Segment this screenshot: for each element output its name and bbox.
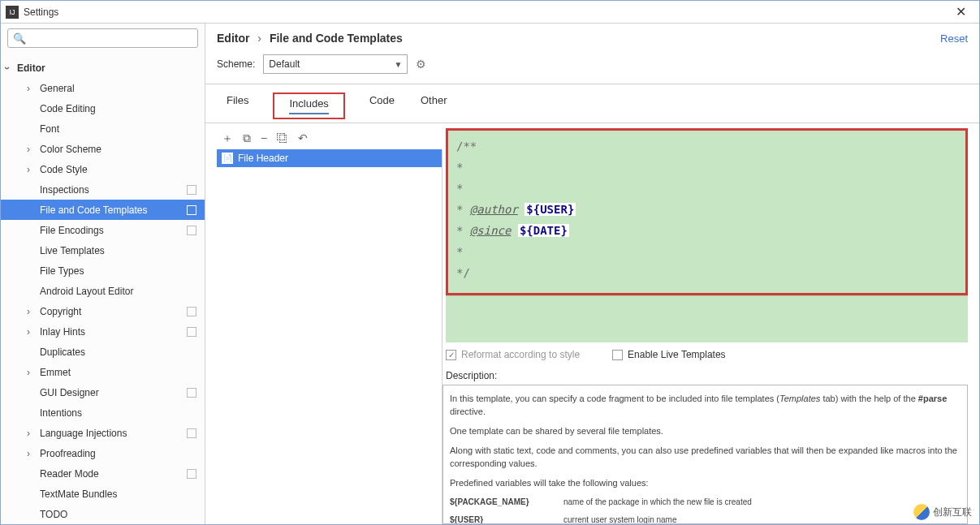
sidebar-item-label: File and Code Templates	[40, 204, 187, 216]
sidebar-item-android-layout-editor[interactable]: Android Layout Editor	[1, 281, 205, 301]
sidebar-item-inlay-hints[interactable]: Inlay Hints	[1, 321, 205, 342]
tab-files[interactable]: Files	[225, 93, 250, 119]
sidebar-item-label: Inlay Hints	[40, 326, 187, 338]
close-icon[interactable]: ✕	[948, 2, 974, 21]
checkbox-icon	[446, 350, 456, 360]
sidebar-item-general[interactable]: General	[1, 78, 205, 98]
reformat-label: Reformat according to style	[461, 349, 580, 360]
sidebar-item-label: TODO	[40, 509, 205, 520]
bookmark-icon	[187, 307, 196, 316]
search-input[interactable]: 🔍	[7, 28, 198, 48]
sidebar: 🔍 EditorGeneralCode EditingFontColor Sch…	[1, 24, 205, 524]
sidebar-item-font[interactable]: Font	[1, 118, 205, 139]
bookmark-icon	[187, 388, 196, 398]
sidebar-item-label: Duplicates	[40, 346, 205, 358]
sidebar-item-label: Live Templates	[40, 245, 205, 256]
breadcrumb-current: File and Code Templates	[270, 32, 403, 45]
file-item-label: File Header	[238, 153, 288, 164]
sidebar-item-label: Intentions	[40, 407, 205, 419]
bookmark-icon	[187, 428, 196, 438]
sidebar-item-editor[interactable]: Editor	[1, 58, 205, 78]
sidebar-item-duplicates[interactable]: Duplicates	[1, 342, 205, 362]
tab-other[interactable]: Other	[419, 93, 449, 119]
sidebar-item-proofreading[interactable]: Proofreading	[1, 443, 205, 463]
add-icon[interactable]: ＋	[222, 131, 233, 146]
search-field[interactable]	[31, 32, 192, 44]
sidebar-item-code-editing[interactable]: Code Editing	[1, 98, 205, 118]
sidebar-item-live-templates[interactable]: Live Templates	[1, 240, 205, 260]
file-header-item[interactable]: 📄 File Header	[217, 149, 442, 167]
tabs: Files Includes Code Other	[217, 84, 968, 123]
sidebar-item-label: Emmet	[40, 367, 205, 378]
sidebar-item-language-injections[interactable]: Language Injections	[1, 423, 205, 443]
sidebar-item-label: Language Injections	[40, 428, 187, 439]
sidebar-item-file-and-code-templates[interactable]: File and Code Templates	[1, 200, 205, 220]
bookmark-icon	[187, 226, 196, 235]
undo-icon[interactable]: ↶	[298, 131, 308, 146]
description-label: Description:	[443, 367, 968, 385]
sidebar-item-label: GUI Designer	[40, 387, 187, 398]
sidebar-item-label: Color Scheme	[40, 144, 205, 155]
template-editor-highlight: /** * * * @author ${USER} * @since ${DAT…	[446, 128, 968, 295]
enable-live-label: Enable Live Templates	[628, 349, 726, 360]
bookmark-icon	[187, 469, 196, 479]
sidebar-item-color-scheme[interactable]: Color Scheme	[1, 139, 205, 159]
scheme-value: Default	[269, 58, 300, 70]
window-title: Settings	[24, 6, 58, 18]
titlebar: IJ Settings ✕	[1, 1, 979, 24]
content-area: Editor › File and Code Templates Reset S…	[205, 24, 979, 524]
sidebar-item-copyright[interactable]: Copyright	[1, 301, 205, 321]
watermark: 创新互联	[913, 504, 972, 520]
scheme-select[interactable]: Default ▼	[263, 54, 408, 74]
app-icon: IJ	[6, 6, 19, 19]
copy-template-icon[interactable]: ⧉	[243, 131, 251, 146]
template-toolbar: ＋ ⧉ − ⿻ ↶	[217, 128, 443, 149]
enable-live-checkbox[interactable]: Enable Live Templates	[612, 349, 726, 360]
file-icon: 📄	[222, 153, 233, 164]
sidebar-item-label: Code Style	[40, 164, 205, 175]
reset-link[interactable]: Reset	[940, 32, 968, 45]
sidebar-item-label: Editor	[17, 62, 205, 74]
copy-icon[interactable]: ⿻	[277, 131, 288, 146]
sidebar-item-file-encodings[interactable]: File Encodings	[1, 220, 205, 240]
watermark-icon	[913, 504, 930, 520]
sidebar-item-gui-designer[interactable]: GUI Designer	[1, 382, 205, 402]
tab-code[interactable]: Code	[368, 93, 396, 119]
sidebar-item-label: General	[40, 83, 205, 94]
sidebar-item-file-types[interactable]: File Types	[1, 260, 205, 281]
checkbox-icon	[612, 350, 623, 360]
template-editor[interactable]: /** * * * @author ${USER} * @since ${DAT…	[448, 131, 965, 293]
scheme-label: Scheme:	[217, 58, 255, 70]
template-list-pane: ＋ ⧉ − ⿻ ↶ 📄 File Header	[217, 128, 443, 524]
template-list[interactable]: 📄 File Header	[217, 149, 443, 524]
sidebar-item-label: Font	[40, 123, 205, 135]
sidebar-item-reader-mode[interactable]: Reader Mode	[1, 463, 205, 484]
sidebar-item-label: TextMate Bundles	[40, 488, 205, 500]
gear-icon[interactable]: ⚙	[416, 58, 426, 71]
tab-includes[interactable]: Includes	[273, 93, 344, 119]
sidebar-item-todo[interactable]: TODO	[1, 504, 205, 524]
settings-tree[interactable]: EditorGeneralCode EditingFontColor Schem…	[1, 53, 205, 524]
sidebar-item-label: Proofreading	[40, 448, 205, 459]
sidebar-item-inspections[interactable]: Inspections	[1, 179, 205, 200]
description-box: In this template, you can specify a code…	[443, 385, 968, 524]
sidebar-item-code-style[interactable]: Code Style	[1, 159, 205, 179]
chevron-down-icon: ▼	[394, 60, 402, 69]
sidebar-item-label: Copyright	[40, 306, 187, 317]
bookmark-icon	[187, 185, 196, 195]
sidebar-item-label: Inspections	[40, 184, 187, 196]
bookmark-icon	[187, 205, 196, 215]
sidebar-item-label: File Encodings	[40, 225, 187, 236]
sidebar-item-label: Code Editing	[40, 103, 205, 114]
breadcrumb-editor[interactable]: Editor	[217, 32, 249, 45]
bookmark-icon	[187, 327, 196, 337]
search-icon: 🔍	[13, 32, 26, 45]
remove-icon[interactable]: −	[261, 131, 267, 146]
sidebar-item-textmate-bundles[interactable]: TextMate Bundles	[1, 484, 205, 504]
reformat-checkbox[interactable]: Reformat according to style	[446, 349, 580, 360]
sidebar-item-label: Reader Mode	[40, 468, 187, 480]
sidebar-item-intentions[interactable]: Intentions	[1, 402, 205, 423]
sidebar-item-label: File Types	[40, 265, 205, 277]
sidebar-item-emmet[interactable]: Emmet	[1, 362, 205, 382]
breadcrumb: Editor › File and Code Templates	[217, 32, 403, 45]
